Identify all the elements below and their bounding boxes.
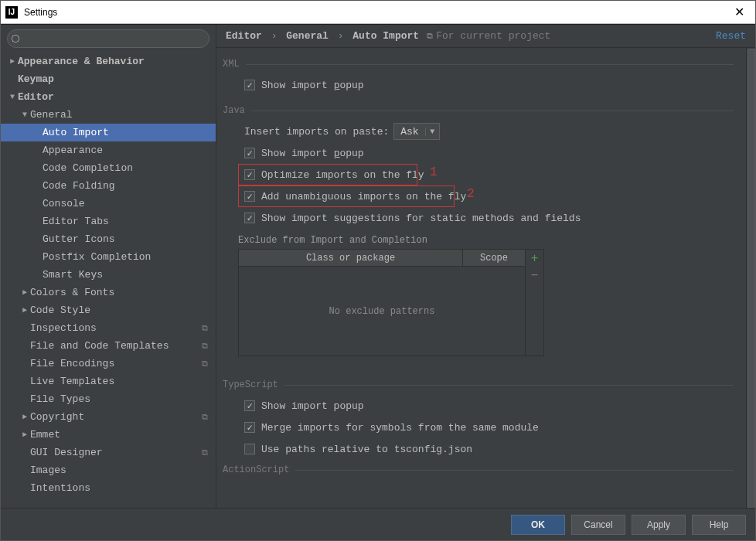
chevron-right-icon[interactable]: ►: [19, 413, 30, 421]
tree-item-code-completion[interactable]: Code Completion: [1, 159, 216, 177]
tree-item-editor-tabs[interactable]: Editor Tabs: [1, 213, 216, 230]
remove-icon[interactable]: −: [528, 270, 542, 284]
tree-item-gui-designer[interactable]: GUI Designer⧉: [1, 444, 216, 461]
tree-item-emmet[interactable]: ►Emmet: [1, 426, 216, 444]
ts-use-paths-relative[interactable]: Use paths relative to tsconfig.json: [244, 440, 734, 458]
exclude-table-body[interactable]: No exclude patterns: [239, 267, 525, 356]
scope-text: For current project: [436, 30, 550, 42]
exclude-table-header: Class or package Scope: [239, 250, 525, 267]
reset-link[interactable]: Reset: [716, 30, 746, 42]
tree-item-label: File Types: [30, 393, 90, 405]
main-panel: Editor › General › Auto Import ⧉ For cur…: [216, 25, 755, 508]
breadcrumb: Editor › General › Auto Import: [226, 30, 419, 42]
tree-item-images[interactable]: Images: [1, 461, 216, 479]
tree-item-editor[interactable]: ▼Editor: [1, 88, 216, 106]
apply-button[interactable]: Apply: [632, 515, 686, 535]
tree-item-inspections[interactable]: Inspections⧉: [1, 319, 216, 337]
tree-item-label: Code Folding: [43, 180, 115, 192]
add-icon[interactable]: +: [528, 253, 542, 267]
tree-item-label: Code Style: [30, 305, 90, 316]
tree-item-label: Images: [30, 464, 66, 476]
exclude-table: Class or package Scope No exclude patter…: [238, 249, 544, 356]
close-icon[interactable]: ✕: [727, 1, 751, 24]
scrollbar-thumb[interactable]: [747, 49, 755, 520]
exclude-toolbar: + −: [525, 250, 543, 356]
paste-select[interactable]: Ask ▼: [393, 123, 439, 140]
tree-item-label: File Encodings: [30, 358, 114, 369]
ts-show-import-popup[interactable]: Show import popup: [244, 396, 734, 415]
search-input[interactable]: [7, 29, 209, 48]
tree-item-label: Live Templates: [30, 376, 114, 387]
checkbox-icon[interactable]: [244, 191, 255, 202]
ok-button[interactable]: OK: [511, 515, 565, 535]
section-typescript: TypeScript: [223, 379, 734, 390]
tree-item-code-folding[interactable]: Code Folding: [1, 177, 216, 195]
breadcrumb-general[interactable]: General: [286, 30, 329, 42]
tree-item-label: Appearance: [43, 145, 103, 156]
highlight-number-2: 2: [467, 187, 475, 201]
tree-item-file-and-code-templates[interactable]: File and Code Templates⧉: [1, 337, 216, 355]
copy-scope-icon: ⧉: [202, 359, 208, 369]
chevron-down-icon[interactable]: ▼: [425, 128, 439, 136]
tree-item-file-encodings[interactable]: File Encodings⧉: [1, 355, 216, 373]
checkbox-icon[interactable]: [244, 148, 255, 158]
tree-item-label: File and Code Templates: [30, 340, 169, 352]
chevron-right-icon[interactable]: ►: [19, 430, 30, 439]
settings-sidebar: ►Appearance & BehaviorKeymap▼Editor▼Gene…: [1, 25, 216, 508]
java-optimize-imports[interactable]: Optimize imports on the fly: [244, 165, 734, 184]
tree-item-live-templates[interactable]: Live Templates: [1, 373, 216, 390]
chevron-right-icon[interactable]: ►: [19, 288, 30, 297]
tree-item-label: Code Completion: [43, 162, 133, 174]
java-show-import-popup[interactable]: Show import popup: [244, 144, 734, 162]
checkbox-icon[interactable]: [244, 422, 255, 433]
tree-item-label: Colors & Fonts: [30, 287, 114, 298]
checkbox-icon[interactable]: [244, 400, 255, 411]
tree-item-copyright[interactable]: ►Copyright⧉: [1, 408, 216, 426]
tree-item-file-types[interactable]: File Types: [1, 390, 216, 408]
ts-merge-imports[interactable]: Merge imports for symbols from the same …: [244, 418, 734, 437]
copy-scope-icon: ⧉: [202, 448, 208, 458]
scrollbar[interactable]: [746, 48, 755, 508]
java-static-suggestions[interactable]: Show import suggestions for static metho…: [244, 209, 734, 227]
help-button[interactable]: Help: [692, 515, 746, 535]
col-class[interactable]: Class or package: [239, 250, 463, 266]
checkbox-icon[interactable]: [244, 80, 255, 90]
xml-show-import-popup[interactable]: Show import popup: [244, 76, 734, 94]
checkbox-icon[interactable]: [244, 213, 255, 223]
tree-item-gutter-icons[interactable]: Gutter Icons: [1, 230, 216, 248]
settings-dialog: IJ Settings ✕ ►Appearance & BehaviorKeym…: [0, 0, 756, 541]
tree-item-label: Keymap: [18, 73, 54, 85]
breadcrumb-editor[interactable]: Editor: [226, 30, 262, 42]
checkbox-icon[interactable]: [244, 169, 255, 180]
tree-item-keymap[interactable]: Keymap: [1, 70, 216, 88]
cancel-button[interactable]: Cancel: [571, 515, 625, 535]
tree-item-label: Appearance & Behavior: [18, 56, 145, 67]
tree-item-label: Emmet: [30, 429, 60, 441]
settings-tree[interactable]: ►Appearance & BehaviorKeymap▼Editor▼Gene…: [1, 51, 216, 508]
highlight-number-1: 1: [430, 165, 438, 179]
tree-item-label: Editor Tabs: [43, 216, 109, 227]
tree-item-postfix-completion[interactable]: Postfix Completion: [1, 248, 216, 266]
tree-item-colors-fonts[interactable]: ►Colors & Fonts: [1, 284, 216, 301]
tree-item-smart-keys[interactable]: Smart Keys: [1, 266, 216, 284]
copy-scope-icon: ⧉: [427, 32, 433, 41]
java-add-unambiguous[interactable]: Add unambiguous imports on the fly: [244, 187, 734, 206]
main-header: Editor › General › Auto Import ⧉ For cur…: [216, 25, 755, 48]
tree-item-general[interactable]: ▼General: [1, 106, 216, 124]
tree-item-intentions[interactable]: Intentions: [1, 479, 216, 497]
checkbox-icon[interactable]: [244, 444, 255, 454]
titlebar: IJ Settings ✕: [1, 1, 755, 24]
col-scope[interactable]: Scope: [463, 250, 525, 266]
tree-item-code-style[interactable]: ►Code Style: [1, 301, 216, 319]
tree-item-label: Copyright: [30, 411, 84, 423]
tree-item-auto-import[interactable]: Auto Import: [1, 124, 216, 141]
tree-item-appearance[interactable]: Appearance: [1, 141, 216, 159]
tree-item-console[interactable]: Console: [1, 195, 216, 213]
tree-item-label: Gutter Icons: [43, 233, 115, 245]
chevron-right-icon[interactable]: ►: [7, 57, 18, 66]
chevron-down-icon[interactable]: ▼: [7, 93, 18, 101]
breadcrumb-sep: ›: [335, 30, 347, 42]
chevron-down-icon[interactable]: ▼: [19, 111, 30, 119]
tree-item-appearance-behavior[interactable]: ►Appearance & Behavior: [1, 53, 216, 70]
chevron-right-icon[interactable]: ►: [19, 306, 30, 315]
